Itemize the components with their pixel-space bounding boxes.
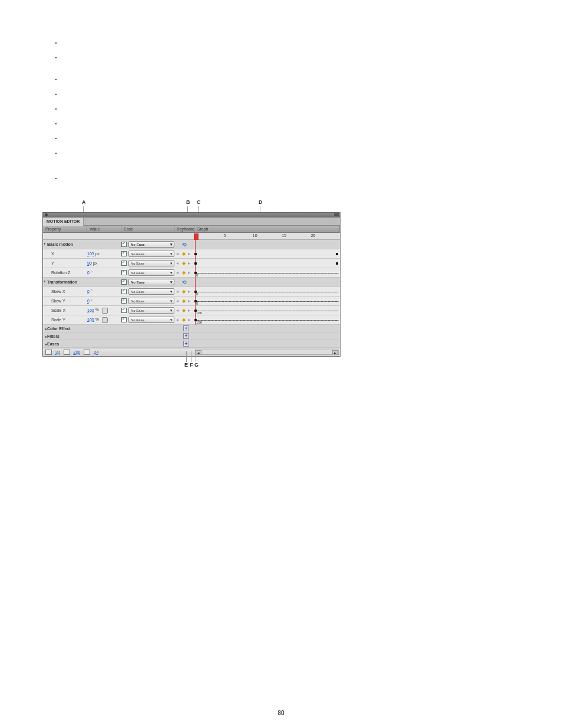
prev-keyframe-icon[interactable]: ◂: [176, 261, 181, 266]
group-color-effect[interactable]: Color Effect ＋: [43, 325, 340, 332]
ease-dropdown[interactable]: No Ease: [128, 298, 174, 304]
next-keyframe-icon[interactable]: ▸: [188, 299, 193, 304]
ease-dropdown[interactable]: No Ease: [128, 260, 174, 266]
tab-motion-editor[interactable]: MOTION EDITOR: [43, 218, 84, 226]
ease-enable-checkbox[interactable]: [121, 308, 127, 313]
callout-G: G: [194, 362, 199, 368]
row-skew-y: Skew Y 0° No Ease ◂ ◆ ▸ 0: [43, 297, 340, 306]
reset-keyframes-icon[interactable]: ⟲: [182, 280, 187, 285]
ease-dropdown[interactable]: No Ease: [128, 269, 174, 276]
ease-enable-checkbox[interactable]: [121, 317, 127, 322]
bullet-item: [62, 106, 65, 111]
bullet-list: [62, 40, 65, 190]
add-ease-icon[interactable]: ＋: [183, 341, 189, 347]
group-label: Transformation: [43, 280, 87, 284]
add-keyframe-icon[interactable]: ◆: [182, 318, 187, 322]
ease-dropdown[interactable]: No Ease: [128, 307, 174, 314]
col-graph[interactable]: Graph: [194, 226, 340, 232]
expanded-graph-icon[interactable]: [45, 350, 52, 355]
add-keyframe-icon[interactable]: ◆: [182, 261, 187, 266]
add-keyframe-icon[interactable]: ◆: [182, 308, 187, 313]
prev-keyframe-icon[interactable]: ◂: [176, 308, 181, 313]
col-property[interactable]: Property: [43, 226, 87, 232]
graph-axis-label: 100: [196, 311, 202, 315]
add-color-effect-icon[interactable]: ＋: [183, 325, 189, 331]
ease-dropdown[interactable]: No Ease: [128, 288, 174, 295]
ease-dropdown[interactable]: No Ease: [128, 317, 174, 323]
ease-enable-checkbox[interactable]: [121, 279, 127, 285]
callout-tick: [198, 206, 199, 212]
footer-value-1[interactable]: 30: [55, 350, 60, 354]
link-xy-icon[interactable]: [102, 308, 108, 314]
ease-enable-checkbox[interactable]: [121, 242, 127, 247]
value-input-x[interactable]: 103: [87, 252, 94, 256]
group-filters[interactable]: Filters ＋: [43, 332, 340, 340]
scroll-right-icon[interactable]: ▸: [332, 350, 338, 354]
col-value[interactable]: Value: [87, 226, 121, 232]
add-keyframe-icon[interactable]: ◆: [182, 289, 187, 294]
graph-size-icon[interactable]: [84, 350, 90, 355]
prop-label: Skew X: [43, 289, 87, 294]
bullet-item: [62, 55, 65, 60]
graph-axis-label: 100: [196, 321, 202, 324]
panel-close-icon[interactable]: [45, 213, 48, 216]
next-keyframe-icon[interactable]: ▸: [188, 308, 193, 313]
next-keyframe-icon[interactable]: ▸: [188, 261, 193, 266]
add-keyframe-icon[interactable]: ◆: [182, 271, 187, 275]
callout-A: A: [82, 199, 86, 205]
ease-dropdown[interactable]: No Ease: [128, 241, 174, 248]
bullet-item: [62, 136, 65, 141]
ease-enable-checkbox[interactable]: [121, 270, 127, 275]
panel-menu-icon[interactable]: [334, 213, 339, 216]
footer-value-2[interactable]: 200: [74, 350, 81, 354]
value-input-rotz[interactable]: 0: [87, 271, 90, 275]
prev-keyframe-icon[interactable]: ◂: [176, 318, 181, 322]
ease-dropdown[interactable]: No Ease: [128, 279, 174, 285]
bullet-item: [62, 121, 65, 126]
value-input-scalex[interactable]: 100: [87, 308, 94, 312]
add-keyframe-icon[interactable]: ◆: [182, 252, 187, 256]
bullet-item: [62, 176, 65, 181]
footer-value-3[interactable]: 24: [94, 350, 98, 354]
column-headers: Property Value Ease Keyframe Graph: [43, 226, 340, 233]
col-ease[interactable]: Ease: [121, 226, 174, 232]
reset-keyframes-icon[interactable]: ⟲: [182, 242, 187, 247]
group-transformation[interactable]: Transformation No Ease ⟲: [43, 278, 340, 287]
add-keyframe-icon[interactable]: ◆: [182, 299, 187, 304]
next-keyframe-icon[interactable]: ▸: [188, 271, 193, 275]
prop-label: Skew Y: [43, 299, 87, 303]
group-label: Filters: [43, 334, 87, 338]
value-input-skewx[interactable]: 0: [87, 289, 90, 294]
ease-enable-checkbox[interactable]: [121, 289, 127, 294]
ease-enable-checkbox[interactable]: [121, 261, 127, 266]
value-input-scaley[interactable]: 100: [87, 317, 94, 321]
value-input-skewy[interactable]: 0: [87, 299, 90, 303]
add-filter-icon[interactable]: ＋: [183, 333, 189, 339]
value-input-y[interactable]: 90: [87, 261, 92, 265]
callout-D: D: [259, 199, 263, 205]
graph-scrollbar[interactable]: ◂ ▸: [195, 350, 339, 355]
ease-enable-checkbox[interactable]: [121, 251, 127, 256]
prop-label: X: [43, 252, 87, 256]
col-keyframe[interactable]: Keyframe: [174, 226, 194, 232]
callout-letters-top: A B C D: [42, 199, 562, 207]
prop-label: Scale X: [43, 308, 87, 312]
prev-keyframe-icon[interactable]: ◂: [176, 271, 181, 275]
next-keyframe-icon[interactable]: ▸: [188, 289, 193, 294]
scroll-left-icon[interactable]: ◂: [196, 350, 201, 354]
next-keyframe-icon[interactable]: ▸: [188, 318, 193, 322]
next-keyframe-icon[interactable]: ▸: [188, 252, 193, 256]
ease-enable-checkbox[interactable]: [121, 298, 127, 304]
row-skew-x: Skew X 0° No Ease ◂ ◆ ▸ 0: [43, 287, 340, 297]
prev-keyframe-icon[interactable]: ◂: [176, 289, 181, 294]
group-eases[interactable]: Eases ＋: [43, 340, 340, 348]
prev-keyframe-icon[interactable]: ◂: [176, 252, 181, 256]
timeline-ruler[interactable]: 5 10 15 20: [43, 233, 340, 240]
ruler-tick: 10: [253, 233, 257, 238]
viewable-frames-icon[interactable]: [64, 350, 70, 355]
panel-titlebar[interactable]: [43, 213, 340, 218]
ease-dropdown[interactable]: No Ease: [128, 251, 174, 257]
prev-keyframe-icon[interactable]: ◂: [176, 299, 181, 304]
link-xy-icon[interactable]: [102, 317, 108, 323]
group-basic-motion[interactable]: Basic motion No Ease ⟲: [43, 240, 340, 249]
